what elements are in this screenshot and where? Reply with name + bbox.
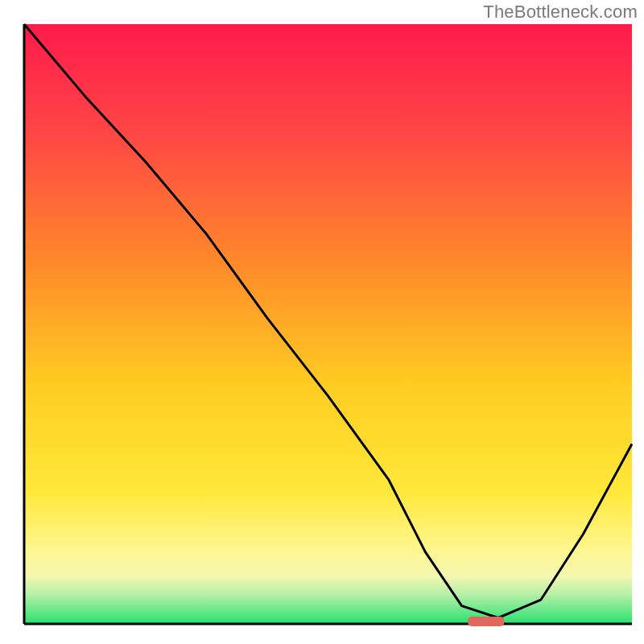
optimal-marker	[468, 617, 504, 626]
plot-background	[24, 24, 632, 624]
watermark-label: TheBottleneck.com	[483, 2, 638, 23]
bottleneck-chart	[0, 0, 644, 644]
